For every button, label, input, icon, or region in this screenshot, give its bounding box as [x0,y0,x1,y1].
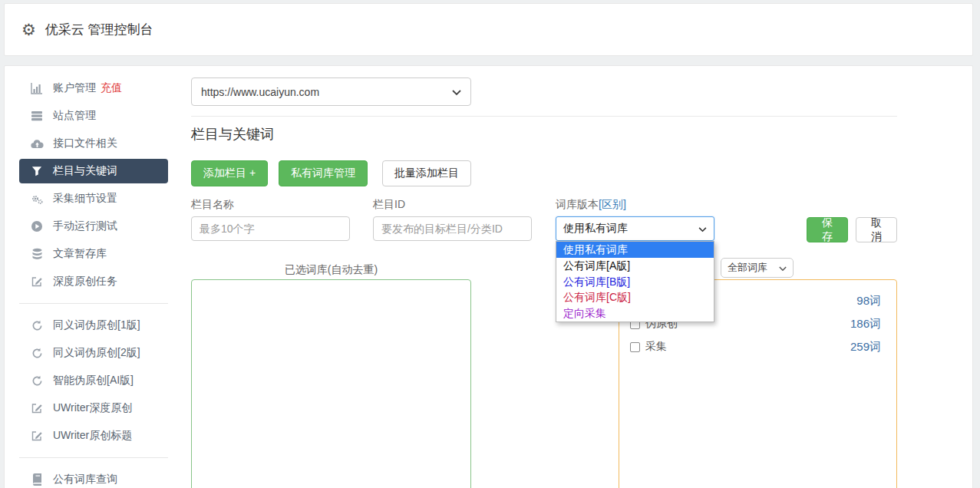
refresh-icon [30,374,44,387]
column-name-label: 栏目名称 [191,198,234,212]
library-row-checkbox[interactable] [630,342,640,352]
library-row-count: 186词 [850,317,881,331]
dropdown-option-public-c[interactable]: 公有词库[C版] [556,289,714,305]
edit-icon [30,402,44,414]
sidebar-item-collection-settings[interactable]: 采集细节设置 [5,185,187,213]
selected-thesaurus-title: 已选词库(自动去重) [191,263,471,277]
sidebar-item-interface-files[interactable]: 接口文件相关 [5,130,187,157]
library-row-count: 98词 [856,294,881,308]
thesaurus-version-select[interactable]: 使用私有词库 [556,216,714,241]
thesaurus-version-label-text: 词库版本 [556,198,599,210]
thesaurus-version-dropdown: 使用私有词库 公有词库[A版] 公有词库[B版] 公有词库[C版] 定向采集 [556,241,714,322]
app-header: ⚙ 优采云 管理控制台 [4,3,973,56]
sidebar-item-label: 公有词库查询 [53,473,117,486]
site-url-value: https://www.ucaiyun.com [201,86,452,98]
database-icon [30,248,44,260]
column-id-label: 栏目ID [373,198,405,212]
column-id-input[interactable] [373,216,532,241]
sidebar-item-label: 站点管理 [53,109,96,123]
sidebar-divider [19,303,168,304]
library-row-label: 采集 [645,340,667,354]
library-filter-value: 全部词库 [728,261,779,275]
sidebar-item-synonym-v1[interactable]: 同义词伪原创[1版] [5,312,187,339]
sidebar-item-synonym-v2[interactable]: 同义词伪原创[2版] [5,339,187,367]
sidebar-item-label: 接口文件相关 [53,137,117,150]
chevron-down-icon [779,261,787,275]
sidebar-item-label: UWriter深度原创 [53,401,132,415]
selected-thesaurus-box[interactable] [191,279,471,488]
page-title: 栏目与关键词 [191,125,274,143]
library-row: 采集 259词 [630,335,881,358]
thesaurus-version-value: 使用私有词库 [563,222,698,236]
sidebar-item-account[interactable]: 账户管理 充值 [5,74,187,102]
sidebar-item-public-thesaurus[interactable]: 公有词库查询 [5,466,187,488]
recharge-badge[interactable]: 充值 [101,81,122,95]
bar-chart-icon [30,82,44,94]
play-circle-icon [30,220,44,232]
dropdown-option-targeted-collection[interactable]: 定向采集 [556,305,714,321]
dropdown-option-public-b[interactable]: 公有词库[B版] [556,274,714,290]
section-divider [191,116,897,117]
sidebar-item-label: 智能伪原创[AI版] [53,374,134,387]
column-name-input[interactable] [191,216,350,241]
toolbar: 添加栏目 + 私有词库管理 批量添加栏目 [191,160,471,186]
sidebar-item-uwriter-deep[interactable]: UWriter深度原创 [5,394,187,422]
cloud-upload-icon [30,137,44,150]
sidebar-item-label: 手动运行测试 [53,219,117,233]
site-url-select[interactable]: https://www.ucaiyun.com [191,77,471,106]
thesaurus-version-label: 词库版本[区别] [556,198,626,212]
sidebar-item-label: UWriter原创标题 [53,429,132,443]
filter-icon [30,165,44,177]
sidebar-divider [19,457,168,458]
book-icon [30,473,44,486]
gear-icon: ⚙ [21,21,36,38]
refresh-icon [30,319,44,331]
sidebar-item-columns-keywords[interactable]: 栏目与关键词 [19,159,168,183]
app-title: 优采云 管理控制台 [45,21,153,38]
sidebar-item-deep-original-task[interactable]: 深度原创任务 [5,268,187,295]
dropdown-option-public-a[interactable]: 公有词库[A版] [556,258,714,274]
add-column-button[interactable]: 添加栏目 + [191,160,268,186]
save-button[interactable]: 保存 [807,217,848,242]
sidebar-item-label: 深度原创任务 [53,275,117,289]
sidebar-item-label: 文章暂存库 [53,247,107,261]
library-row-count: 259词 [850,340,881,354]
sidebar-item-uwriter-title[interactable]: UWriter原创标题 [5,422,187,450]
sidebar: 账户管理 充值 站点管理 接口文件相关 栏目与关键词 采集细节设置 [5,66,187,488]
cancel-button[interactable]: 取消 [856,217,897,242]
sidebar-item-label: 同义词伪原创[1版] [53,318,140,332]
sidebar-item-label: 采集细节设置 [53,192,117,206]
sidebar-item-sites[interactable]: 站点管理 [5,102,187,130]
main-card: 账户管理 充值 站点管理 接口文件相关 栏目与关键词 采集细节设置 [4,65,973,488]
library-filter-select[interactable]: 全部词库 [721,258,794,278]
private-thesaurus-button[interactable]: 私有词库管理 [279,160,368,186]
sidebar-item-ai-rewrite[interactable]: 智能伪原创[AI版] [5,367,187,394]
sidebar-item-manual-test[interactable]: 手动运行测试 [5,213,187,240]
version-difference-link[interactable]: [区别] [599,198,626,210]
chevron-down-icon [698,222,707,236]
dropdown-option-private-thesaurus[interactable]: 使用私有词库 [556,242,714,258]
edit-icon [30,430,44,442]
sidebar-item-label: 同义词伪原创[2版] [53,346,140,360]
edit-icon [30,275,44,288]
gears-icon [30,193,44,205]
batch-add-column-button[interactable]: 批量添加栏目 [382,160,471,186]
refresh-icon [30,347,44,359]
sidebar-item-article-cache[interactable]: 文章暂存库 [5,240,187,268]
server-icon [30,110,44,122]
sidebar-item-label: 栏目与关键词 [53,164,117,178]
sidebar-item-label: 账户管理 [53,81,96,95]
chevron-down-icon [452,85,461,99]
